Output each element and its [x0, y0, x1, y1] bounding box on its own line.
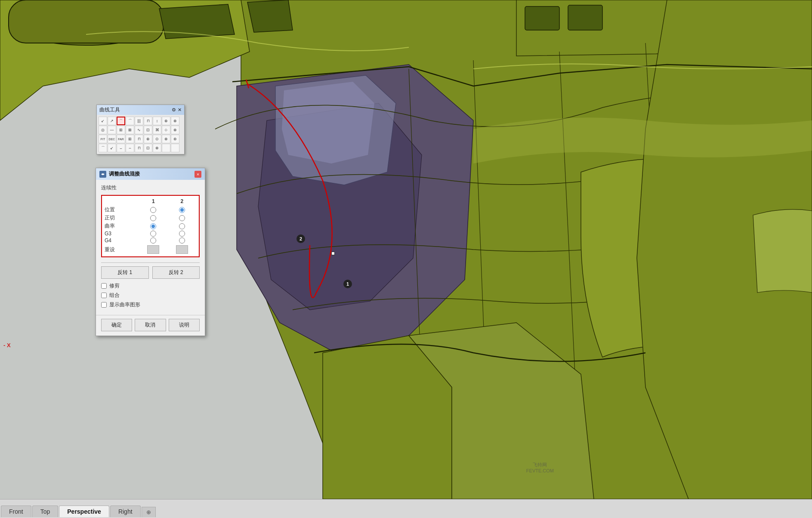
tool-btn-6[interactable]: ⊓	[144, 117, 152, 125]
continuity-section-label: 连续性	[101, 184, 200, 191]
tool-btn-23[interactable]: ⊓	[135, 135, 143, 143]
svg-rect-2	[9, 0, 164, 43]
tool-btn-32[interactable]: ⊓	[135, 144, 143, 152]
tool-btn-blend[interactable]: ⌒	[117, 117, 125, 125]
position-radio-1-cell[interactable]	[139, 207, 168, 213]
curve-toolbar-close-icon[interactable]: ✕	[178, 107, 182, 113]
curve-toolbar-titlebar[interactable]: 曲线工具 ⚙ ✕	[97, 105, 184, 115]
tool-btn-25[interactable]: ⊙	[153, 135, 161, 143]
tool-btn-35[interactable]	[162, 144, 170, 152]
tool-btn-17[interactable]: ⊹	[162, 126, 170, 134]
curvature-radio-1-cell[interactable]	[139, 223, 168, 229]
tool-btn-34[interactable]: ⊗	[153, 144, 161, 152]
tool-btn-1[interactable]: ↙	[99, 117, 107, 125]
tool-btn-30[interactable]: ⌣	[117, 144, 125, 152]
g3-radio-2[interactable]	[179, 231, 185, 237]
dialog-titlebar[interactable]: 调整曲线混接 ×	[96, 168, 205, 180]
dialog-divider	[101, 262, 200, 263]
reset-btn-1-cell[interactable]	[139, 245, 168, 254]
svg-rect-3	[525, 6, 559, 30]
axis-x-label: - X	[3, 342, 11, 348]
tool-btn-18[interactable]: ⊗	[171, 126, 179, 134]
curvature-radio-1[interactable]	[150, 223, 156, 229]
tool-btn-11[interactable]: —	[108, 126, 116, 134]
tab-add-button[interactable]: ⊕	[142, 507, 156, 517]
tool-btn-22[interactable]: ⊞	[126, 135, 134, 143]
blend-dialog: 调整曲线混接 × 连续性 1 2 位置	[96, 168, 205, 336]
curvature-radio-2[interactable]	[179, 223, 185, 229]
help-button[interactable]: 说明	[169, 319, 200, 331]
tool-btn-24[interactable]: ⊕	[144, 135, 152, 143]
tool-btn-26[interactable]: ⊗	[162, 135, 170, 143]
trim-label: 修剪	[109, 282, 120, 290]
tool-btn-27[interactable]: ⊛	[171, 135, 179, 143]
tab-front[interactable]: Front	[1, 506, 31, 517]
reverse1-button[interactable]: 反转 1	[101, 266, 149, 279]
g4-radio-1-cell[interactable]	[139, 237, 168, 244]
reset-row: 重设	[105, 245, 196, 254]
reset-button-1[interactable]	[147, 245, 159, 254]
tool-btn-19[interactable]: FIT	[99, 135, 107, 143]
curve-toolbar-settings-icon[interactable]: ⚙	[172, 107, 176, 113]
g3-radio-1[interactable]	[150, 231, 156, 237]
tool-btn-20[interactable]: DEC	[108, 135, 116, 143]
curvature-display-checkbox[interactable]	[101, 302, 107, 308]
trim-checkbox[interactable]	[101, 283, 107, 289]
dialog-close-button[interactable]: ×	[195, 171, 201, 178]
point-marker-1: 1	[343, 280, 352, 288]
svg-rect-4	[568, 5, 602, 30]
tool-btn-9[interactable]: ⊗	[171, 117, 179, 125]
g4-radio-2-cell[interactable]	[168, 237, 197, 244]
continuity-section: 1 2 位置 正切	[101, 195, 200, 257]
tool-btn-29[interactable]: ↙	[108, 144, 116, 152]
reset-label: 重设	[105, 246, 139, 253]
tool-btn-7[interactable]: ↕	[153, 117, 161, 125]
tab-bar: Front Top Perspective Right ⊕	[0, 499, 812, 518]
g3-radio-2-cell[interactable]	[168, 231, 197, 237]
curve-toolbar-title-label: 曲线工具	[99, 106, 120, 114]
ok-button[interactable]: 确定	[101, 319, 132, 331]
tab-right[interactable]: Right	[110, 506, 141, 517]
tool-btn-33[interactable]: ⊡	[144, 144, 152, 152]
position-radio-2-cell[interactable]	[168, 207, 197, 213]
g3-radio-1-cell[interactable]	[139, 231, 168, 237]
tool-btn-5[interactable]: |||	[135, 117, 143, 125]
curve-toolbar-body: ↙ ↗ ⌒ ⌒ ||| ⊓ ↕ ⊕ ⊗ ◎ — ⊞ ⊠ ∿ ⊡ ⌘ ⊹ ⊗ FI…	[97, 115, 184, 154]
tab-top[interactable]: Top	[32, 506, 59, 517]
tool-btn-13[interactable]: ⊠	[126, 126, 134, 134]
tool-btn-4[interactable]: ⌒	[126, 117, 134, 125]
reverse-buttons-row: 反转 1 反转 2	[101, 266, 200, 279]
curvature-radio-2-cell[interactable]	[168, 223, 197, 229]
tool-btn-15[interactable]: ⊡	[144, 126, 152, 134]
tangent-radio-1-cell[interactable]	[139, 215, 168, 221]
tangent-radio-2-cell[interactable]	[168, 215, 197, 221]
g4-radio-1[interactable]	[150, 237, 156, 244]
tool-btn-2[interactable]: ↗	[108, 117, 116, 125]
position-label: 位置	[105, 206, 139, 213]
cancel-button[interactable]: 取消	[135, 319, 166, 331]
tool-btn-28[interactable]: ⌒	[99, 144, 107, 152]
join-checkbox[interactable]	[101, 293, 107, 298]
tangent-radio-2[interactable]	[179, 215, 185, 221]
curvature-display-label: 显示曲率图形	[109, 301, 140, 308]
reset-btn-2-cell[interactable]	[168, 245, 197, 254]
tool-btn-10[interactable]: ◎	[99, 126, 107, 134]
curve-toolbar-panel: 曲线工具 ⚙ ✕ ↙ ↗ ⌒ ⌒ ||| ⊓ ↕ ⊕ ⊗ ◎ — ⊞ ⊠ ∿ ⊡…	[96, 105, 185, 154]
g4-radio-2[interactable]	[179, 237, 185, 244]
viewport-3d[interactable]: 2 1 - X 飞特网 FEVTE.COM 曲线工具 ⚙ ✕ ↙ ↗ ⌒ ⌒ |…	[0, 0, 812, 499]
tool-btn-21[interactable]: FAR	[117, 135, 125, 143]
tool-btn-31[interactable]: ⌢	[126, 144, 134, 152]
reset-button-2[interactable]	[176, 245, 188, 254]
position-radio-1[interactable]	[150, 207, 156, 213]
position-radio-2[interactable]	[179, 207, 185, 213]
tool-btn-36[interactable]	[171, 144, 179, 152]
control-point	[331, 252, 335, 255]
tool-btn-16[interactable]: ⌘	[153, 126, 161, 134]
tab-perspective[interactable]: Perspective	[59, 506, 109, 517]
tool-btn-8[interactable]: ⊕	[162, 117, 170, 125]
reverse2-button[interactable]: 反转 2	[152, 266, 200, 279]
tool-btn-14[interactable]: ∿	[135, 126, 143, 134]
col2-header: 2	[168, 198, 197, 204]
tangent-radio-1[interactable]	[150, 215, 156, 221]
tool-btn-12[interactable]: ⊞	[117, 126, 125, 134]
